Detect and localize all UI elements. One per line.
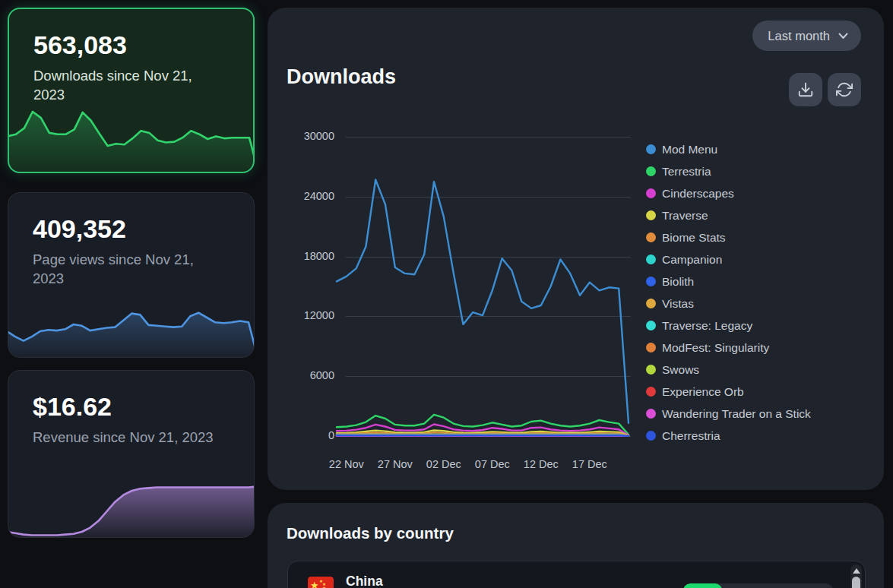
legend-dot-icon	[646, 166, 656, 176]
country-row: ★ ★ ★ ★ ★ China	[288, 561, 865, 588]
legend-dot-icon	[646, 387, 656, 397]
country-name: China	[346, 574, 383, 588]
legend-label: Cherrestria	[662, 429, 720, 443]
china-flag-icon: ★ ★ ★ ★ ★	[308, 577, 334, 588]
stat-card-downloads[interactable]: 563,083 Downloads since Nov 21, 2023	[8, 8, 255, 173]
panel-title: Downloads	[287, 65, 396, 89]
legend-label: Traverse: Legacy	[662, 319, 752, 333]
legend-label: Mod Menu	[662, 143, 717, 156]
legend-item[interactable]: Vistas	[646, 292, 811, 315]
chevron-down-icon	[838, 33, 848, 40]
revenue-total-label: Revenue since Nov 21, 2023	[33, 428, 228, 447]
legend-label: Biolith	[662, 275, 694, 289]
y-axis-label: 0	[278, 429, 334, 441]
y-axis-label: 6000	[278, 369, 334, 381]
export-button[interactable]	[789, 73, 822, 106]
svg-text:★: ★	[322, 586, 326, 588]
legend-dot-icon	[646, 365, 656, 375]
download-icon	[797, 81, 814, 98]
analytics-page: 563,083 Downloads since Nov 21, 2023 409…	[0, 0, 893, 588]
legend-dot-icon	[646, 343, 656, 352]
downloads-total-label: Downloads since Nov 21, 2023	[33, 66, 227, 104]
stat-card-revenue[interactable]: $16.62 Revenue since Nov 21, 2023	[8, 370, 255, 538]
legend-item[interactable]: Terrestria	[646, 160, 811, 182]
x-axis-label: 17 Dec	[572, 458, 607, 470]
legend-label: Experience Orb	[662, 385, 744, 399]
legend-label: ModFest: Singularity	[662, 341, 769, 355]
revenue-sparkline	[8, 470, 255, 538]
downloads-chart	[337, 137, 629, 436]
x-axis-label: 12 Dec	[524, 458, 559, 470]
legend-item[interactable]: Traverse: Legacy	[646, 315, 811, 337]
downloads-total: 563,083	[33, 30, 253, 60]
legend-label: Cinderscapes	[662, 187, 734, 201]
page-views-sparkline	[8, 290, 255, 358]
page-views-total: 409,352	[33, 214, 254, 244]
legend-dot-icon	[646, 299, 656, 308]
refresh-icon	[836, 81, 853, 98]
legend-dot-icon	[646, 277, 656, 286]
y-axis-label: 18000	[278, 250, 334, 262]
legend-label: Vistas	[662, 297, 694, 311]
legend-dot-icon	[646, 232, 656, 242]
date-range-label: Last month	[768, 29, 830, 43]
country-progress-fill	[683, 583, 722, 588]
x-axis-label: 22 Nov	[329, 458, 364, 470]
legend-dot-icon	[646, 144, 656, 154]
legend-dot-icon	[646, 409, 656, 419]
country-progress-track	[683, 583, 833, 588]
legend-item[interactable]: Mod Menu	[646, 138, 811, 160]
legend-item[interactable]: Experience Orb	[646, 381, 811, 403]
svg-text:★: ★	[310, 580, 319, 588]
scrollbar[interactable]	[850, 564, 862, 588]
legend-dot-icon	[646, 210, 656, 220]
legend-item[interactable]: Biome Stats	[646, 226, 811, 248]
date-range-select[interactable]: Last month	[752, 21, 861, 51]
y-axis-label: 24000	[278, 190, 334, 202]
series-line	[337, 435, 629, 436]
legend-label: Campanion	[662, 253, 722, 267]
legend-item[interactable]: Campanion	[646, 248, 811, 270]
legend-dot-icon	[646, 431, 656, 441]
stat-card-page-views[interactable]: 409,352 Page views since Nov 21, 2023	[8, 192, 255, 358]
legend-label: Wandering Trader on a Stick	[662, 407, 811, 421]
scrollbar-thumb[interactable]	[852, 577, 860, 588]
country-list: ★ ★ ★ ★ ★ China	[287, 561, 866, 588]
legend-dot-icon	[646, 188, 656, 198]
x-axis-label: 07 Dec	[475, 458, 510, 470]
chart-legend: Mod MenuTerrestriaCinderscapesTraverseBi…	[646, 138, 811, 447]
country-panel-title: Downloads by country	[287, 524, 454, 542]
refresh-button[interactable]	[828, 73, 861, 106]
legend-item[interactable]: Biolith	[646, 270, 811, 292]
legend-dot-icon	[646, 321, 656, 330]
page-views-total-label: Page views since Nov 21, 2023	[33, 250, 228, 288]
country-panel: Downloads by country ★ ★ ★ ★ ★ China	[268, 503, 884, 588]
downloads-panel: Last month Downloads 3000024000180001200…	[268, 8, 884, 490]
revenue-total: $16.62	[33, 392, 254, 422]
downloads-sparkline	[8, 105, 255, 173]
legend-item[interactable]: Wandering Trader on a Stick	[646, 403, 811, 425]
series-line	[337, 180, 629, 423]
legend-label: Swows	[662, 363, 699, 377]
legend-label: Traverse	[662, 209, 708, 223]
legend-label: Biome Stats	[662, 231, 726, 245]
up-arrow-icon[interactable]	[853, 568, 860, 574]
legend-item[interactable]: ModFest: Singularity	[646, 337, 811, 359]
legend-item[interactable]: Traverse	[646, 204, 811, 226]
legend-dot-icon	[646, 254, 656, 264]
y-axis-label: 30000	[278, 130, 334, 142]
legend-item[interactable]: Cinderscapes	[646, 182, 811, 204]
legend-label: Terrestria	[662, 165, 711, 179]
x-axis-label: 27 Nov	[378, 458, 413, 470]
x-axis-label: 02 Dec	[426, 458, 461, 470]
legend-item[interactable]: Swows	[646, 359, 811, 381]
legend-item[interactable]: Cherrestria	[646, 425, 811, 447]
y-axis-label: 12000	[278, 309, 334, 321]
